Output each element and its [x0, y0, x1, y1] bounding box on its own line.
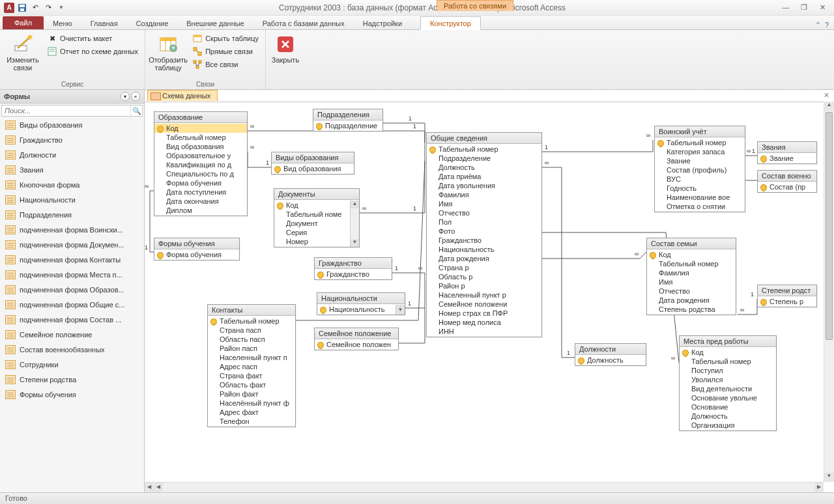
nav-item[interactable]: Сотрудники — [0, 357, 144, 372]
table-field[interactable]: Годность — [655, 184, 745, 193]
nav-item[interactable]: Степени родства — [0, 372, 144, 387]
table-header[interactable]: Степени родст — [758, 285, 816, 296]
table-field[interactable]: Вид деятельности — [680, 384, 776, 393]
table-field[interactable]: Табельный номер — [655, 138, 745, 147]
table-field[interactable]: Должность — [427, 163, 541, 172]
table-field[interactable]: Основание — [680, 402, 776, 412]
table-field[interactable]: Область пасп — [208, 335, 295, 344]
search-icon[interactable]: 🔍 — [130, 105, 142, 116]
nav-item[interactable]: подчиненная форма Состав ... — [0, 313, 144, 328]
table-field[interactable]: Поступил — [680, 366, 776, 375]
table-field[interactable]: Национальность — [427, 245, 541, 254]
relationship-report-button[interactable]: Отчет по схеме данных — [44, 46, 141, 57]
table-kontakty[interactable]: КонтактыТабельный номерСтрана паспОбласт… — [207, 304, 296, 427]
table-semeynoe-polozhenie[interactable]: Семейное положениеСемейное положен — [314, 328, 399, 350]
table-header[interactable]: Контакты — [208, 305, 295, 316]
minimize-button[interactable]: — — [779, 3, 792, 12]
tab-addins[interactable]: Надстройки — [354, 17, 411, 29]
table-sostav-voennoobyazannyh[interactable]: Состав военноСостав (пр — [757, 170, 817, 193]
table-field[interactable]: Должность — [680, 412, 776, 421]
table-field[interactable]: Номер страх св ПФР — [427, 309, 541, 318]
table-field[interactable]: Населенный пункт р — [427, 290, 541, 300]
table-field[interactable]: Специальность по д — [154, 169, 247, 178]
restore-button[interactable]: ❐ — [798, 3, 811, 12]
redo-icon[interactable]: ↷ — [43, 3, 53, 13]
undo-icon[interactable]: ↶ — [30, 3, 40, 13]
document-tab[interactable]: Схема данных — [147, 90, 218, 101]
table-field[interactable]: Гражданство — [315, 270, 392, 279]
table-header[interactable]: Воинский учёт — [655, 126, 745, 137]
nav-item[interactable]: подчиненная форма Контакты — [0, 253, 144, 268]
table-field[interactable]: Телефон — [208, 417, 295, 426]
table-field[interactable]: ВУС — [655, 175, 745, 184]
table-field[interactable]: Табельный номер — [680, 357, 776, 366]
table-field[interactable]: Номер мед полиса — [427, 318, 541, 327]
table-field[interactable]: Звание — [758, 154, 816, 163]
table-field[interactable]: Семейное положени — [427, 300, 541, 309]
table-field[interactable]: Вид образования — [272, 164, 354, 173]
table-field[interactable]: Образовательное у — [154, 151, 247, 160]
table-obrazovanie[interactable]: ОбразованиеКодТабельный номерВид образов… — [154, 111, 248, 216]
table-field[interactable]: Код — [154, 124, 247, 133]
table-field[interactable]: Страна факт — [208, 371, 295, 380]
table-natsionalnosti[interactable]: НациональностиНациональность▲▼ — [317, 292, 405, 315]
table-header[interactable]: Документы — [274, 189, 359, 200]
table-field[interactable]: Документ — [274, 219, 359, 228]
table-field[interactable]: Уволился — [680, 375, 776, 384]
table-field[interactable]: Дата увольнения — [427, 181, 541, 190]
close-button-ribbon[interactable]: Закрыть — [270, 33, 301, 65]
close-button[interactable]: ✕ — [816, 3, 829, 12]
table-field[interactable]: Фото — [427, 227, 541, 236]
tab-file[interactable]: Файл — [3, 16, 44, 29]
all-relationships-button[interactable]: Все связи — [190, 59, 261, 70]
nav-item[interactable]: подчиненная форма Образов... — [0, 283, 144, 298]
nav-item[interactable]: Формы обучения — [0, 387, 144, 402]
table-field[interactable]: Наименование вое — [655, 193, 745, 202]
table-field[interactable]: Код — [647, 250, 736, 259]
table-field[interactable]: Квалификация по д — [154, 160, 247, 169]
nav-item[interactable]: подчиненная форма Места п... — [0, 268, 144, 283]
table-field[interactable]: Имя — [427, 199, 541, 208]
table-field[interactable]: Состав (пр — [758, 182, 816, 191]
table-field[interactable]: Табельный номер — [427, 145, 541, 154]
table-field[interactable]: Форма обучения — [154, 178, 247, 188]
nav-item[interactable]: Гражданство — [0, 133, 144, 148]
table-header[interactable]: Состав военно — [758, 171, 816, 182]
table-field[interactable]: Район пасп — [208, 344, 295, 353]
table-header[interactable]: Состав семьи — [647, 238, 736, 249]
direct-relationships-button[interactable]: Прямые связи — [190, 46, 261, 57]
tab-external-data[interactable]: Внешние данные — [177, 17, 253, 29]
table-field[interactable]: Национальность — [317, 305, 405, 314]
table-field[interactable]: Адрес пасп — [208, 362, 295, 371]
hide-table-button[interactable]: Скрыть таблицу — [190, 33, 261, 44]
table-obschie-svedeniya[interactable]: Общие сведенияТабельный номерПодразделен… — [426, 132, 542, 337]
table-field[interactable]: Подразделение — [313, 121, 382, 130]
table-formy-obucheniya[interactable]: Формы обученияФорма обучения — [154, 238, 240, 260]
table-field[interactable]: Имя — [647, 277, 736, 287]
table-field[interactable]: Табельный номер — [154, 133, 247, 142]
table-field[interactable]: Дата поступления — [154, 188, 247, 197]
table-documenty[interactable]: ДокументыКодТабельный номеДокументСерияН… — [274, 188, 360, 247]
table-field[interactable]: Табельный номе — [274, 210, 359, 219]
qat-dropdown-icon[interactable]: ▼ — [56, 3, 66, 13]
nav-collapse-icon[interactable]: « — [131, 92, 140, 101]
nav-item[interactable]: Звания — [0, 163, 144, 178]
table-field[interactable]: Номер — [274, 237, 359, 246]
table-field[interactable]: Страна пасп — [208, 326, 295, 335]
ribbon-minimize-icon[interactable]: ⌃ — [815, 21, 821, 29]
table-field[interactable]: Код — [274, 201, 359, 210]
table-field[interactable]: Район р — [427, 281, 541, 290]
table-zvaniya[interactable]: ЗванияЗвание — [757, 141, 817, 164]
table-field[interactable]: Серия — [274, 228, 359, 237]
table-field[interactable]: Населённый пункт ф — [208, 399, 295, 408]
table-field[interactable]: Степень родства — [647, 305, 736, 314]
table-field[interactable]: Область р — [427, 272, 541, 281]
table-field[interactable]: Звание — [655, 156, 745, 165]
table-field[interactable]: Состав (профиль) — [655, 165, 745, 175]
nav-item[interactable]: Кнопочная форма — [0, 178, 144, 193]
table-field[interactable]: Фамилия — [647, 268, 736, 277]
vertical-scrollbar[interactable]: ▲▼ — [824, 102, 834, 482]
table-header[interactable]: Общие сведения — [427, 133, 541, 144]
tab-menu[interactable]: Меню — [44, 17, 81, 29]
table-header[interactable]: Национальности — [317, 293, 405, 304]
